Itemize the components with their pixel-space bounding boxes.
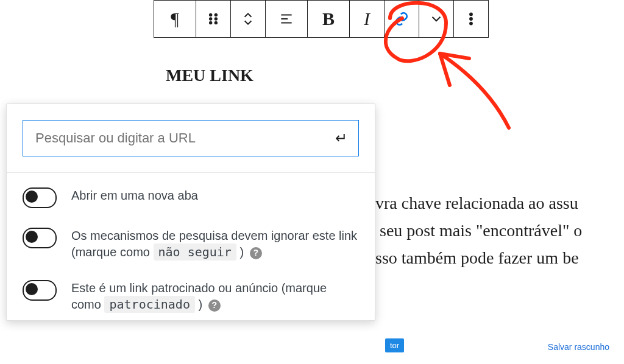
align-button[interactable] bbox=[266, 1, 308, 37]
editor-chip[interactable]: tor bbox=[385, 338, 404, 352]
link-anchor-text[interactable]: MEU LINK bbox=[166, 66, 254, 85]
paragraph-text-fragment[interactable]: vra chave relacionada ao assu seu post m… bbox=[375, 190, 582, 271]
sponsored-label: Este é um link patrocinado ou anúncio (m… bbox=[71, 280, 359, 313]
url-input-wrapper: ↵ bbox=[23, 120, 359, 156]
italic-button[interactable]: I bbox=[350, 1, 385, 37]
svg-point-10 bbox=[470, 18, 472, 20]
svg-point-4 bbox=[210, 22, 211, 24]
svg-point-2 bbox=[210, 18, 211, 19]
svg-point-0 bbox=[210, 14, 211, 16]
block-toolbar: ¶ B I bbox=[154, 0, 489, 38]
svg-point-9 bbox=[470, 13, 472, 15]
kebab-icon bbox=[463, 11, 479, 27]
chevron-down-icon bbox=[428, 11, 444, 27]
svg-point-11 bbox=[470, 23, 472, 25]
svg-point-3 bbox=[215, 18, 217, 19]
save-draft-link[interactable]: Salvar rascunho bbox=[548, 342, 609, 352]
align-icon bbox=[278, 11, 294, 27]
more-options-button[interactable] bbox=[454, 1, 488, 37]
move-block-button[interactable] bbox=[231, 1, 266, 37]
nofollow-toggle[interactable] bbox=[23, 228, 57, 248]
link-popover: ↵ Abrir em uma nova aba Os mecanismos de… bbox=[6, 103, 375, 321]
submit-url-icon[interactable]: ↵ bbox=[335, 130, 347, 147]
link-button[interactable] bbox=[385, 1, 419, 37]
bold-icon: B bbox=[322, 9, 335, 29]
drag-handle-icon bbox=[205, 11, 221, 27]
sponsored-option: Este é um link patrocinado ou anúncio (m… bbox=[23, 280, 359, 313]
link-options: Abrir em uma nova aba Os mecanismos de p… bbox=[7, 173, 375, 320]
open-new-tab-label: Abrir em uma nova aba bbox=[71, 187, 198, 204]
sponsored-help-icon[interactable]: ? bbox=[208, 299, 221, 312]
bold-button[interactable]: B bbox=[308, 1, 350, 37]
nofollow-code-tag: não seguir bbox=[154, 243, 236, 261]
url-input[interactable] bbox=[34, 130, 335, 147]
open-new-tab-option: Abrir em uma nova aba bbox=[23, 187, 359, 208]
link-icon bbox=[394, 11, 410, 27]
nofollow-help-icon[interactable]: ? bbox=[250, 247, 262, 259]
svg-point-1 bbox=[215, 14, 217, 16]
paragraph-icon: ¶ bbox=[171, 9, 179, 29]
paragraph-block-button[interactable]: ¶ bbox=[154, 1, 196, 37]
open-new-tab-toggle[interactable] bbox=[23, 187, 57, 208]
drag-handle-button[interactable] bbox=[196, 1, 231, 37]
svg-point-5 bbox=[215, 22, 217, 24]
sponsored-code-tag: patrocinado bbox=[104, 296, 194, 313]
sponsored-toggle[interactable] bbox=[23, 280, 57, 301]
nofollow-label: Os mecanismos de pesquisa devem ignorar … bbox=[71, 228, 359, 261]
more-rich-text-button[interactable] bbox=[419, 1, 454, 37]
italic-icon: I bbox=[364, 9, 370, 29]
nofollow-option: Os mecanismos de pesquisa devem ignorar … bbox=[23, 228, 359, 261]
chevron-up-down-icon bbox=[240, 11, 256, 27]
